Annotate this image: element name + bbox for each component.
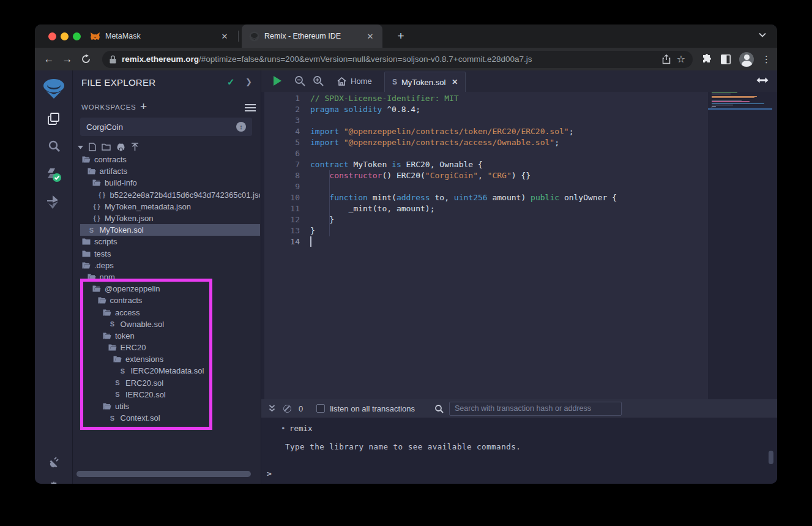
code-line: 6 [264, 148, 708, 159]
forward-button[interactable]: → [58, 53, 76, 66]
tab-close-icon[interactable]: ✕ [365, 32, 375, 41]
solidity-compiler-rail-button[interactable] [35, 167, 73, 185]
tree-item-label: .deps [94, 261, 114, 270]
clone-github-icon[interactable] [116, 143, 125, 151]
remix-logo-icon [35, 78, 73, 100]
panel-check-icon: ✓ [227, 77, 235, 88]
json-icon: { } [92, 215, 102, 222]
collapse-caret-icon[interactable] [78, 145, 83, 149]
tree-item-context.sol[interactable]: SContext.sol [80, 412, 260, 424]
tree-item-erc20[interactable]: ERC20 [80, 342, 260, 353]
profile-avatar[interactable] [739, 52, 754, 67]
tree-item-label: contracts [110, 296, 143, 305]
tree-item-extensions[interactable]: extensions [80, 353, 260, 365]
browser-menu-icon[interactable]: ⋮ [762, 54, 771, 65]
browser-tab-remix[interactable]: Remix - Ethereum IDE ✕ [242, 24, 382, 48]
new-folder-icon[interactable] [102, 143, 111, 151]
tab-mytoken-sol[interactable]: S MyToken.sol ✕ [384, 72, 466, 92]
tab-search-chevron-icon[interactable] [759, 32, 766, 37]
upload-file-icon[interactable] [131, 143, 139, 151]
window-close-button[interactable] [48, 32, 56, 40]
new-file-icon[interactable] [89, 143, 96, 151]
log-message: Type the library name to see available c… [285, 442, 521, 451]
tree-item-utils[interactable]: utils [80, 400, 260, 412]
code-editor[interactable]: 1// SPDX-License-Identifier: MIT2pragma … [261, 92, 777, 399]
zoom-out-icon[interactable] [294, 75, 305, 86]
tree-item-b522e2e8a72b4d15d6c943d742365c01.json[interactable]: { }b522e2e8a72b4d15d6c943d742365c01.json [80, 189, 260, 201]
window-minimize-button[interactable] [61, 32, 69, 40]
workspace-menu-icon[interactable] [245, 102, 256, 113]
search-rail-button[interactable] [35, 140, 73, 152]
tab-close-icon[interactable]: ✕ [220, 32, 229, 41]
home-icon [337, 77, 346, 86]
workspace-name: CorgiCoin [86, 122, 236, 132]
panel-chevron-icon[interactable]: ❯ [245, 77, 252, 86]
zoom-in-icon[interactable] [313, 75, 324, 86]
folder-open-icon [97, 297, 107, 304]
tree-item-build-info[interactable]: build-info [80, 177, 260, 189]
url-path: /#optimize=false&runs=200&evmVersion=nul… [199, 54, 656, 64]
settings-gear-rail-button[interactable] [35, 481, 73, 484]
tree-item-.deps[interactable]: .deps [80, 260, 260, 271]
extensions-puzzle-icon[interactable] [701, 54, 712, 65]
terminal-search-input[interactable] [449, 402, 622, 416]
file-panel-horizontal-scrollbar[interactable] [76, 471, 251, 477]
resize-horizontal-icon[interactable] [756, 77, 769, 84]
tree-item-ierc20.sol[interactable]: SIERC20.sol [80, 389, 260, 400]
terminal-prompt: > [267, 469, 272, 478]
tree-item-label: MyToken_metadata.json [105, 202, 191, 211]
browser-tab-metamask[interactable]: MetaMask ✕ [83, 24, 237, 48]
tree-item-access[interactable]: access [80, 306, 260, 318]
workspace-select[interactable]: CorgiCoin ↕ [80, 118, 252, 136]
tree-item-erc20.sol[interactable]: SERC20.sol [80, 377, 260, 389]
tab-home[interactable]: Home [332, 70, 377, 92]
new-tab-button[interactable]: + [392, 28, 409, 45]
code-line: 13} [264, 225, 708, 236]
run-script-button[interactable] [274, 76, 281, 86]
tab-close-icon[interactable]: ✕ [452, 78, 458, 86]
tree-item-token[interactable]: token [80, 330, 260, 342]
terminal-scrollbar[interactable] [769, 451, 773, 464]
back-button[interactable]: ← [40, 53, 58, 66]
folder-open-icon [81, 262, 91, 269]
clear-console-icon[interactable] [283, 405, 291, 413]
tree-item-@openzeppelin[interactable]: @openzeppelin [80, 283, 260, 295]
tree-item-npm[interactable]: npm [80, 271, 260, 283]
terminal-expand-icon[interactable] [269, 405, 275, 412]
listen-transactions-checkbox[interactable] [316, 404, 325, 413]
tree-item-ownable.sol[interactable]: SOwnable.sol [80, 318, 260, 330]
window-zoom-button[interactable] [73, 32, 81, 40]
tree-item-ierc20metadata.sol[interactable]: SIERC20Metadata.sol [80, 365, 260, 377]
line-number: 14 [264, 236, 300, 247]
side-panel-icon[interactable] [720, 54, 731, 65]
bookmark-star-icon[interactable]: ☆ [677, 53, 685, 65]
share-icon[interactable] [662, 54, 671, 64]
tree-item-label: Context.sol [121, 413, 160, 423]
file-explorer-rail-button[interactable] [35, 112, 73, 126]
tree-item-scripts[interactable]: scripts [80, 236, 260, 247]
terminal-body[interactable]: • remix Type the library name to see ava… [261, 418, 777, 484]
code-line: 10 function mint(address to, uint256 amo… [264, 192, 708, 203]
workspaces-label: WORKSPACES [81, 103, 136, 111]
metamask-fox-icon [90, 32, 100, 41]
tree-item-tests[interactable]: tests [80, 248, 260, 260]
minimap-cursor-line [708, 108, 772, 110]
address-bar[interactable]: remix.ethereum.org /#optimize=false&runs… [102, 51, 693, 68]
tree-item-contracts[interactable]: contracts [80, 295, 260, 306]
line-number: 8 [264, 170, 300, 181]
minimap[interactable] [708, 92, 777, 399]
tree-item-mytoken.json[interactable]: { }MyToken.json [80, 212, 260, 224]
tree-item-mytoken.sol[interactable]: SMyToken.sol [80, 224, 260, 236]
plugin-manager-rail-button[interactable] [35, 455, 73, 468]
sol-icon: S [108, 320, 117, 328]
folder-open-icon [81, 156, 91, 163]
tree-item-contracts[interactable]: contracts [80, 154, 260, 165]
add-workspace-button[interactable]: + [140, 100, 147, 113]
code-line: 2pragma solidity ^0.8.4; [264, 104, 708, 115]
tree-item-label: Ownable.sol [121, 320, 165, 329]
reload-button[interactable] [76, 54, 95, 64]
tree-item-artifacts[interactable]: artifacts [80, 165, 260, 177]
deploy-and-run-rail-button[interactable] [35, 195, 73, 209]
folder-open-icon [92, 179, 102, 186]
tree-item-mytoken_metadata.json[interactable]: { }MyToken_metadata.json [80, 201, 260, 212]
